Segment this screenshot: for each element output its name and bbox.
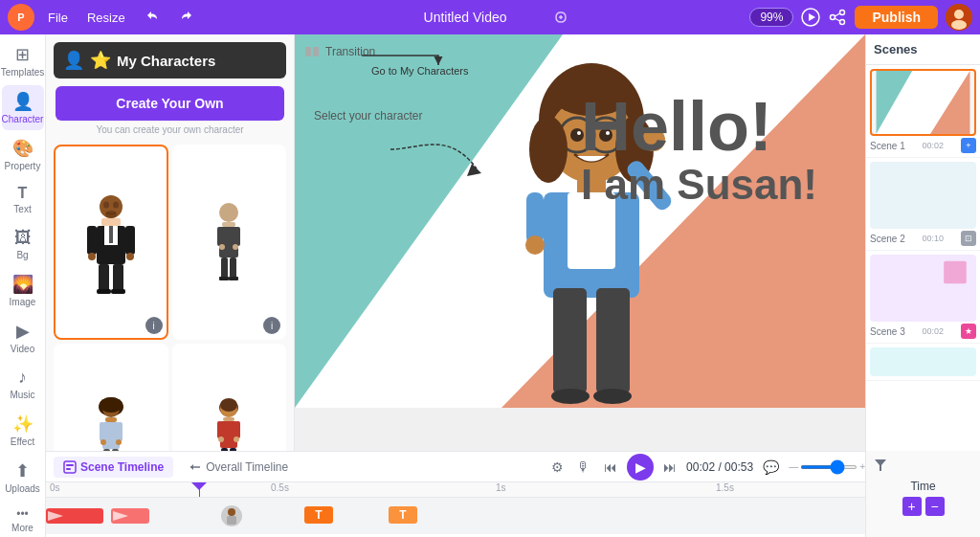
skip-forward-button[interactable]: ⏭ xyxy=(659,458,680,477)
svg-point-5 xyxy=(831,15,835,20)
time-plus-button[interactable]: + xyxy=(902,497,922,516)
scene-1-label: Scene 1 00:02 + xyxy=(870,138,976,153)
undo-button[interactable] xyxy=(139,7,166,29)
sidebar-item-music[interactable]: ♪ Music xyxy=(2,362,44,406)
ruler-05s: 0.5s xyxy=(271,482,289,493)
volume-control: — + xyxy=(789,461,865,472)
timeline-track: T T xyxy=(46,498,980,534)
sidebar-item-image[interactable]: 🌄 Image xyxy=(2,268,44,313)
my-characters-header[interactable]: 👤 ⭐ My Characters xyxy=(54,42,286,78)
sidebar-item-effect[interactable]: ✨ Effect xyxy=(2,408,44,453)
sidebar-item-video[interactable]: ▶ Video xyxy=(2,315,44,360)
track-red2-icon xyxy=(111,508,130,524)
share-icon[interactable] xyxy=(828,8,847,27)
sidebar-label-effect: Effect xyxy=(11,436,34,447)
caption-button[interactable]: 💬 xyxy=(759,458,783,477)
skip-back-button[interactable]: ⏮ xyxy=(600,458,621,477)
track-t2: T xyxy=(399,508,406,522)
volume-slider[interactable] xyxy=(800,465,858,469)
svg-rect-44 xyxy=(100,422,104,441)
volume-minus[interactable]: — xyxy=(789,461,798,472)
mic-button[interactable]: 🎙 xyxy=(573,458,594,477)
templates-icon: ⊞ xyxy=(15,44,30,65)
svg-point-27 xyxy=(105,211,117,218)
svg-point-47 xyxy=(116,439,122,445)
svg-rect-106 xyxy=(227,516,236,525)
resize-menu[interactable]: Resize xyxy=(81,9,131,27)
svg-point-46 xyxy=(100,439,106,445)
video-title-input[interactable] xyxy=(382,10,549,25)
svg-point-34 xyxy=(233,244,238,250)
sidebar: ⊞ Templates 👤 Character 🎨 Property T Tex… xyxy=(0,34,46,537)
sidebar-item-text[interactable]: T Text xyxy=(2,179,44,220)
svg-rect-35 xyxy=(221,257,228,279)
svg-rect-95 xyxy=(64,461,76,473)
svg-rect-94 xyxy=(944,261,967,284)
track-t1: T xyxy=(315,508,322,522)
scenes-header: Scenes xyxy=(866,34,980,65)
track-char-thumb[interactable] xyxy=(221,505,242,526)
topbar: P File Resize 99% Publish xyxy=(0,0,980,34)
svg-point-11 xyxy=(951,20,967,30)
timeline-needle xyxy=(199,482,200,497)
track-item-orange2[interactable]: T xyxy=(389,506,417,524)
settings-button[interactable]: ⚙ xyxy=(547,458,568,477)
character-icon: 👤 xyxy=(12,91,33,112)
scene-item-4[interactable] xyxy=(866,344,980,381)
avatar[interactable] xyxy=(946,4,972,31)
redo-button[interactable] xyxy=(173,7,200,29)
char-card-1[interactable]: i xyxy=(54,145,168,340)
character-2-image xyxy=(205,199,253,285)
overall-timeline-tab[interactable]: Overall Timeline xyxy=(179,457,298,478)
canvas-area: Transition Go to My Characters Select yo… xyxy=(295,34,865,408)
scene-item-1[interactable]: Scene 1 00:02 + xyxy=(866,65,980,158)
app-logo[interactable]: P xyxy=(8,4,34,31)
char-info-2[interactable]: i xyxy=(263,317,280,334)
scene-3-preview xyxy=(872,257,974,320)
char-info-1[interactable]: i xyxy=(145,317,163,334)
sidebar-item-property[interactable]: 🎨 Property xyxy=(2,132,44,177)
overall-tab-icon xyxy=(189,460,202,474)
preview-icon[interactable] xyxy=(801,8,820,27)
svg-rect-96 xyxy=(66,464,74,466)
svg-point-85 xyxy=(593,389,632,404)
timeline-ruler: 0s 0.5s 1s 1.5s xyxy=(46,482,980,498)
publish-button[interactable]: Publish xyxy=(855,6,938,29)
sidebar-label-bg: Bg xyxy=(16,250,28,260)
scene-1-badge: + xyxy=(961,138,976,153)
sidebar-item-templates[interactable]: ⊞ Templates xyxy=(2,38,44,83)
scene-tab-label: Scene Timeline xyxy=(80,460,164,474)
annotation-arrow-svg xyxy=(295,46,486,94)
svg-rect-38 xyxy=(229,277,238,280)
time-minus-button[interactable]: − xyxy=(925,497,945,516)
scene-item-3[interactable]: Scene 3 00:02 ★ xyxy=(866,251,980,344)
svg-point-23 xyxy=(88,253,96,260)
ruler-15s: 1.5s xyxy=(716,482,734,493)
overall-tab-label: Overall Timeline xyxy=(206,460,288,474)
sidebar-item-character[interactable]: 👤 Character xyxy=(2,85,44,130)
track-item-orange1[interactable]: T xyxy=(304,506,333,524)
svg-rect-37 xyxy=(219,277,229,280)
play-button[interactable]: ▶ xyxy=(627,454,654,481)
scene-item-2[interactable]: Scene 2 00:10 ⊡ xyxy=(866,158,980,251)
create-own-button[interactable]: Create Your Own xyxy=(56,86,284,121)
sidebar-label-uploads: Uploads xyxy=(5,483,40,494)
sidebar-item-uploads[interactable]: ⬆ Uploads xyxy=(2,455,44,500)
char-panel-title: My Characters xyxy=(117,53,215,69)
zoom-percent[interactable]: 99% xyxy=(749,8,793,27)
track-item-red1[interactable] xyxy=(46,508,103,524)
sidebar-item-more[interactable]: ••• More xyxy=(2,502,44,537)
scene-timeline-tab[interactable]: Scene Timeline xyxy=(54,457,173,478)
track-item-red2[interactable] xyxy=(111,508,149,524)
char-card-2[interactable]: i xyxy=(172,145,287,340)
filter-icon[interactable] xyxy=(874,459,887,472)
sidebar-item-bg[interactable]: 🖼 Bg xyxy=(2,222,44,266)
timeline-tab-bar: Scene Timeline Overall Timeline ⚙ 🎙 ⏮ ▶ … xyxy=(46,452,980,482)
file-menu[interactable]: File xyxy=(42,9,74,27)
hello-text-container: Hello! I am Susan! xyxy=(581,92,817,209)
time-plus-minus: + − xyxy=(902,497,945,516)
text-icon: T xyxy=(18,185,28,202)
svg-rect-17 xyxy=(99,264,109,291)
svg-rect-97 xyxy=(66,468,71,470)
svg-rect-31 xyxy=(217,227,223,246)
